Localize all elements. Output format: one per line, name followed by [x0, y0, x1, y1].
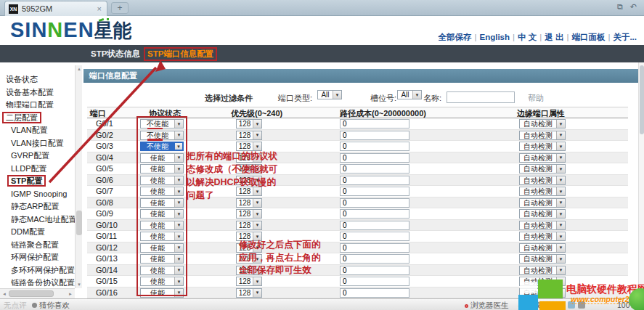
sidebar-item[interactable]: 链路聚合配置 [0, 239, 75, 252]
tab-close-icon[interactable]: × [96, 4, 103, 13]
zoom-level[interactable]: 100% [617, 301, 637, 309]
priority-select[interactable]: 128▼ [236, 254, 262, 264]
new-tab-button[interactable]: + [111, 2, 129, 14]
tab-list-icon[interactable]: ⧉ [617, 2, 623, 12]
page-vertical-scrollbar[interactable] [638, 62, 644, 298]
priority-select[interactable]: 128▼ [236, 153, 262, 163]
protocol-status-select[interactable]: 不使能▼ [140, 142, 184, 151]
edge-port-select[interactable]: 自动检测▼ [519, 119, 566, 129]
path-cost-input[interactable] [340, 187, 409, 196]
path-cost-input[interactable] [340, 288, 409, 298]
protocol-status-select[interactable]: 使能▼ [140, 209, 184, 219]
edge-port-select[interactable]: 自动检测▼ [519, 288, 566, 298]
sidebar-item[interactable]: IGMP Snooping [0, 188, 75, 201]
edge-port-select[interactable]: 自动检测▼ [519, 164, 566, 174]
sidebar-item[interactable]: STP配置 [0, 175, 75, 188]
protocol-status-select[interactable]: 使能▼ [140, 232, 184, 241]
scrollbar-thumb[interactable] [9, 290, 54, 297]
edge-port-select[interactable]: 自动检测▼ [519, 266, 566, 275]
name-input[interactable] [447, 91, 515, 103]
sidebar-item[interactable]: 静态MAC地址配置 [0, 213, 75, 227]
path-cost-input[interactable] [340, 209, 409, 219]
path-cost-input[interactable] [340, 164, 409, 174]
path-cost-input[interactable] [340, 254, 409, 264]
save-all-link[interactable]: 全部保存 [438, 33, 471, 41]
edge-port-select[interactable]: 自动检测▼ [519, 198, 566, 208]
tab-stp-status[interactable]: STP状态信息 [91, 45, 140, 62]
browser-icon-cluster[interactable] [558, 301, 588, 309]
scrollbar-thumb[interactable] [640, 65, 644, 134]
protocol-status-select[interactable]: 使能▼ [140, 243, 184, 253]
priority-select[interactable]: 128▼ [236, 187, 262, 196]
priority-select[interactable]: 128▼ [236, 119, 262, 129]
edge-port-select[interactable]: 自动检测▼ [519, 243, 566, 253]
scroll-up-icon[interactable]: ▲ [76, 65, 83, 73]
protocol-status-select[interactable]: 使能▼ [140, 277, 184, 286]
download-item[interactable]: ⬇ 下载 [517, 301, 541, 310]
guess-you-like-item[interactable]: 猜你喜欢 [32, 301, 70, 310]
protocol-status-select[interactable]: 使能▼ [140, 164, 184, 174]
browser-doctor-item[interactable]: 浏览器医生 [465, 301, 509, 310]
chinese-link[interactable]: 中 文 [518, 33, 537, 41]
logout-link[interactable]: 退 出 [545, 33, 563, 41]
undo-icon[interactable]: ↶ [630, 2, 637, 12]
sidebar-item[interactable]: 二层配置 [0, 112, 75, 125]
tab-stp-port-config[interactable]: STP端口信息配置 [147, 45, 217, 62]
english-link[interactable]: English [479, 33, 510, 41]
path-cost-input[interactable] [340, 266, 409, 275]
edge-port-select[interactable]: 自动检测▼ [519, 232, 566, 241]
edge-port-select[interactable]: 自动检测▼ [519, 221, 566, 230]
port-panel-link[interactable]: 端口面板 [571, 33, 605, 41]
sidebar-item[interactable]: 链路备份协议配置 [0, 277, 75, 288]
slot-select[interactable]: All ▼ [397, 90, 422, 99]
path-cost-input[interactable] [340, 232, 409, 241]
sidebar-item[interactable]: 环网保护配置 [0, 251, 75, 264]
priority-select[interactable]: 128▼ [236, 176, 262, 185]
sidebar-vertical-scrollbar[interactable]: ▲ ▼ [75, 65, 82, 288]
priority-select[interactable]: 128▼ [236, 164, 262, 174]
edge-port-select[interactable]: 自动检测▼ [519, 176, 566, 185]
ie-icon[interactable] [558, 301, 565, 309]
sidebar-item[interactable]: 静态ARP配置 [0, 200, 75, 213]
sidebar-item[interactable]: VLAN配置 [0, 124, 75, 137]
protocol-status-select[interactable]: 使能▼ [140, 266, 184, 275]
sidebar-item[interactable]: 物理端口配置 [0, 99, 75, 112]
protocol-status-select[interactable]: 不使能▼ [140, 131, 184, 140]
edge-port-select[interactable]: 自动检测▼ [519, 187, 566, 196]
priority-select[interactable]: 128▼ [236, 131, 262, 140]
protocol-status-select[interactable]: 使能▼ [140, 176, 184, 185]
files-icon[interactable] [568, 301, 575, 309]
priority-select[interactable]: 128▼ [236, 142, 262, 151]
sidebar-item[interactable]: 多环环网保护配置 [0, 264, 75, 277]
sidebar-horizontal-scrollbar[interactable]: ◄ ► [0, 288, 75, 298]
edge-port-select[interactable]: 自动检测▼ [519, 277, 566, 286]
scroll-right-icon[interactable]: ► [67, 290, 74, 298]
path-cost-input[interactable] [340, 153, 409, 163]
protocol-status-select[interactable]: 使能▼ [140, 198, 184, 208]
priority-select[interactable]: 128▼ [236, 209, 262, 219]
edge-port-select[interactable]: 自动检测▼ [519, 209, 566, 219]
sidebar-item[interactable]: 设备状态 [0, 73, 75, 86]
scroll-left-icon[interactable]: ◄ [1, 290, 8, 298]
about-link[interactable]: 关于... [613, 33, 637, 41]
priority-select[interactable]: 128▼ [236, 266, 262, 275]
protocol-status-select[interactable]: 使能▼ [140, 153, 184, 163]
sidebar-item[interactable]: DDM配置 [0, 226, 75, 239]
browser-tab[interactable]: XN 5952GM × [4, 1, 107, 16]
scroll-down-icon[interactable]: ▼ [76, 281, 83, 288]
port-type-select[interactable]: All ▼ [317, 90, 342, 99]
edge-port-select[interactable]: 自动检测▼ [519, 131, 566, 140]
edge-port-select[interactable]: 自动检测▼ [519, 153, 566, 163]
priority-select[interactable]: 128▼ [236, 288, 262, 298]
protocol-status-select[interactable]: 使能▼ [140, 288, 184, 298]
sidebar-item[interactable]: VLAN接口配置 [0, 137, 75, 150]
priority-select[interactable]: 128▼ [236, 221, 262, 230]
path-cost-input[interactable] [340, 221, 409, 230]
path-cost-input[interactable] [340, 131, 409, 140]
protocol-status-select[interactable]: 使能▼ [140, 254, 184, 264]
path-cost-input[interactable] [340, 198, 409, 208]
edge-port-select[interactable]: 自动检测▼ [519, 254, 566, 264]
protocol-status-select[interactable]: 使能▼ [140, 187, 184, 196]
path-cost-input[interactable] [340, 176, 409, 185]
path-cost-input[interactable] [340, 119, 409, 129]
